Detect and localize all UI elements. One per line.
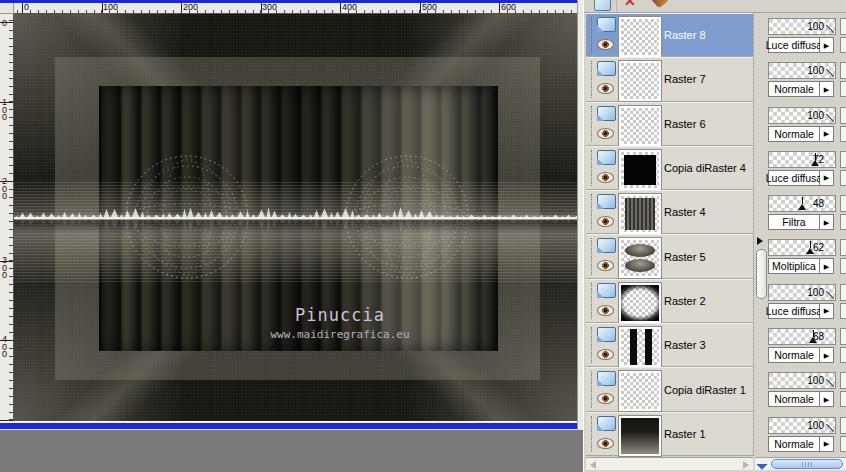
layer-row[interactable]: Raster 4: [586, 190, 753, 234]
layer-thumbnail[interactable]: [619, 371, 661, 411]
thumbnail-content: [625, 198, 655, 230]
brush-icon[interactable]: [652, 0, 668, 9]
opacity-slider-handle[interactable]: [826, 69, 834, 77]
cutoff-box: [840, 170, 846, 186]
layer-row[interactable]: Raster 2: [586, 279, 753, 323]
palette-splitter[interactable]: [753, 13, 767, 456]
opacity-slider[interactable]: 100: [768, 372, 836, 389]
blend-mode-select[interactable]: Normale: [768, 126, 820, 142]
blend-mode-arrow-button[interactable]: ▶: [820, 81, 834, 97]
layer-row[interactable]: Raster 5: [586, 234, 753, 278]
image-canvas[interactable]: Pinuccia www.maidiregrafica.eu: [14, 14, 577, 421]
visibility-eye-icon[interactable]: [597, 349, 614, 360]
opacity-slider-handle[interactable]: [826, 114, 834, 122]
blend-mode-arrow-button[interactable]: ▶: [820, 347, 834, 363]
cutoff-controls: [840, 146, 846, 190]
layer-thumbnail[interactable]: [619, 238, 661, 278]
v-ruler-label: 4 0 0: [2, 336, 11, 359]
layer-thumbnail[interactable]: [619, 150, 661, 190]
opacity-slider[interactable]: 100: [768, 18, 836, 35]
opacity-slider-handle[interactable]: [826, 379, 834, 387]
blend-mode-arrow-button[interactable]: ▶: [820, 391, 834, 407]
splitter-grip[interactable]: [756, 249, 767, 299]
opacity-slider[interactable]: 72: [768, 151, 836, 168]
layer-thumbnail[interactable]: [619, 61, 661, 101]
layer-row[interactable]: Raster 6: [586, 102, 753, 146]
right-triangle-icon: ▶: [824, 130, 829, 137]
blend-mode-select[interactable]: Luce diffusa: [768, 170, 820, 186]
palette-toolbar: ✕: [584, 0, 846, 13]
blend-mode-arrow-button[interactable]: ▶: [820, 126, 834, 142]
cutoff-box: [840, 62, 846, 79]
opacity-slider[interactable]: 100: [768, 107, 836, 124]
blend-mode-select[interactable]: Normale: [768, 391, 820, 407]
blend-mode-arrow-button[interactable]: ▶: [820, 214, 834, 230]
opacity-slider[interactable]: 62: [768, 239, 836, 256]
visibility-eye-icon[interactable]: [597, 83, 614, 94]
layer-name: Raster 7: [664, 58, 706, 100]
visibility-eye-icon[interactable]: [597, 393, 614, 404]
cutoff-box: [840, 37, 846, 53]
layer-thumbnail[interactable]: [619, 17, 661, 57]
blend-mode-arrow-button[interactable]: ▶: [820, 303, 834, 319]
blend-mode-arrow-button[interactable]: ▶: [820, 170, 834, 186]
cutoff-box: [840, 328, 846, 345]
layer-row[interactable]: Raster 7: [586, 57, 753, 101]
cutoff-box: [840, 258, 846, 274]
visibility-eye-icon[interactable]: [597, 260, 614, 271]
blend-mode-select[interactable]: Normale: [768, 347, 820, 363]
blend-mode-arrow-button[interactable]: ▶: [820, 258, 834, 274]
thumbnail-content: [624, 155, 656, 185]
layer-thumbnail[interactable]: [619, 283, 661, 323]
blend-mode-select[interactable]: Normale: [768, 436, 820, 452]
blend-mode-arrow-button[interactable]: ▶: [820, 436, 834, 452]
blend-mode-select[interactable]: Luce diffusa: [768, 37, 820, 53]
blend-mode-select[interactable]: Normale: [768, 81, 820, 97]
blend-mode-arrow-button[interactable]: ▶: [820, 37, 834, 53]
layer-controls: 100Luce diffusa▶: [767, 13, 839, 57]
layer-thumbnail[interactable]: [619, 106, 661, 146]
opacity-slider-handle[interactable]: [826, 291, 834, 299]
new-layer-icon[interactable]: [594, 0, 611, 11]
blend-mode-select[interactable]: Moltiplica: [768, 258, 820, 274]
opacity-slider-handle[interactable]: [798, 197, 807, 211]
thumbnail-content: [621, 373, 659, 409]
opacity-slider-handle[interactable]: [826, 25, 834, 33]
row-dotted-line: [591, 238, 592, 274]
blend-mode-select[interactable]: Filtra: [768, 214, 820, 230]
layer-row[interactable]: Copia diRaster 1: [586, 367, 753, 411]
layer-thumbnail[interactable]: [619, 416, 661, 456]
opacity-value: 62: [813, 242, 824, 253]
layer-row[interactable]: Raster 3: [586, 323, 753, 367]
opacity-slider[interactable]: 100: [768, 417, 836, 434]
layers-list-hscrollbar[interactable]: [586, 457, 753, 470]
opacity-slider[interactable]: 68: [768, 328, 836, 345]
layer-thumbnail[interactable]: [619, 194, 661, 234]
opacity-slider[interactable]: 48: [768, 195, 836, 212]
layer-row[interactable]: Raster 1: [586, 412, 753, 456]
layer-name: Raster 8: [664, 14, 706, 56]
layer-name: Raster 3: [664, 324, 706, 366]
raster-layer-icon: [597, 17, 616, 32]
layer-row[interactable]: Raster 8: [586, 13, 753, 57]
scroll-arrow-icon[interactable]: [756, 458, 767, 469]
scroll-left-icon[interactable]: [590, 461, 596, 469]
opacity-slider[interactable]: 100: [768, 284, 836, 301]
visibility-eye-icon[interactable]: [597, 438, 614, 449]
delete-layer-icon[interactable]: ✕: [624, 0, 636, 9]
opacity-slider-handle[interactable]: [826, 424, 834, 432]
visibility-eye-icon[interactable]: [597, 39, 614, 50]
visibility-eye-icon[interactable]: [597, 216, 614, 227]
scroll-right-icon[interactable]: [743, 461, 749, 469]
visibility-eye-icon[interactable]: [597, 172, 614, 183]
splitter-arrow-icon[interactable]: [757, 237, 763, 245]
layer-thumbnail[interactable]: [619, 327, 661, 367]
cutoff-controls: [840, 13, 846, 57]
layer-row[interactable]: Copia diRaster 4: [586, 146, 753, 190]
blend-mode-select[interactable]: Luce diffusa: [768, 303, 820, 319]
visibility-eye-icon[interactable]: [597, 128, 614, 139]
visibility-eye-icon[interactable]: [597, 305, 614, 316]
opacity-slider[interactable]: 100: [768, 62, 836, 79]
controls-hscrollbar[interactable]: [755, 457, 846, 470]
scrollbar-thumb[interactable]: [771, 459, 843, 469]
